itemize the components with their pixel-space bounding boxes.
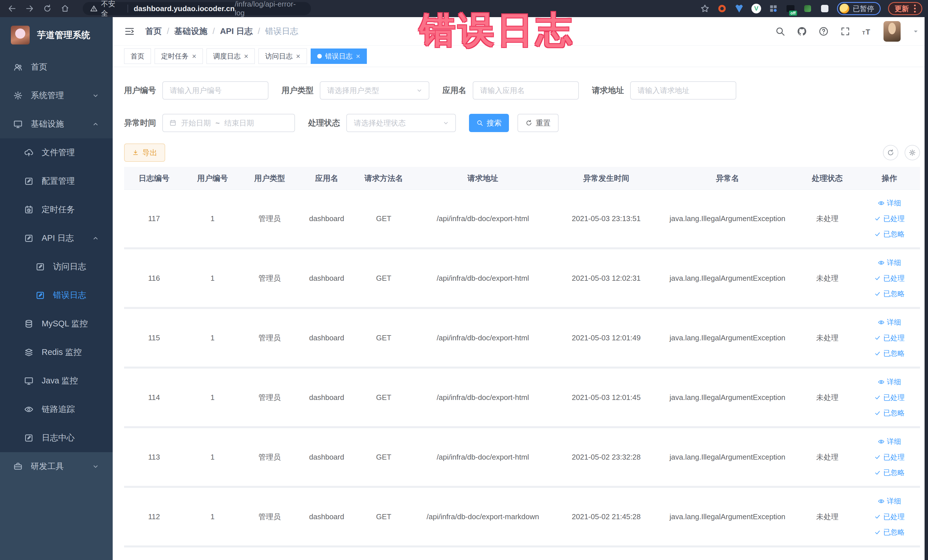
sidebar-item-log-center[interactable]: 日志中心 — [0, 424, 113, 452]
app-name-input[interactable] — [473, 81, 579, 99]
breadcrumb-item[interactable]: 首页 — [145, 26, 162, 37]
column-header-2[interactable]: 用户类型 — [241, 167, 298, 189]
scrollbar[interactable] — [925, 17, 928, 560]
url-host: dashboard.yudao.iocoder.cn — [134, 4, 235, 13]
cell-id: 114 — [124, 369, 184, 426]
hamburger-icon[interactable] — [124, 26, 135, 37]
reset-button[interactable]: 重置 — [517, 114, 559, 132]
sidebar-item-infrastructure[interactable]: 基础设施 — [0, 110, 113, 138]
user-id-input[interactable] — [162, 81, 269, 99]
sidebar-item-system-management[interactable]: 系统管理 — [0, 81, 113, 110]
user-type-select[interactable]: 请选择用户类型 — [320, 81, 429, 99]
browser-menu-dots-icon[interactable] — [914, 5, 916, 12]
sidebar-item-api-log[interactable]: API 日志 — [0, 224, 113, 252]
tab-access-log[interactable]: 访问日志× — [258, 49, 307, 64]
forward-icon[interactable] — [25, 4, 34, 13]
column-header-3[interactable]: 应用名 — [298, 167, 355, 189]
action-processed[interactable]: 已处理 — [874, 214, 905, 223]
sidebar-item-access-log[interactable]: 访问日志 — [0, 252, 113, 281]
extension-icon-blue-shield[interactable] — [734, 4, 744, 14]
action-ignored[interactable]: 已忽略 — [874, 468, 905, 477]
sidebar-item-file-management[interactable]: 文件管理 — [0, 138, 113, 167]
question-icon[interactable] — [818, 26, 829, 37]
tab-error-log[interactable]: 错误日志× — [311, 49, 367, 64]
action-detail[interactable]: 详细 — [878, 496, 901, 506]
action-detail[interactable]: 详细 — [878, 198, 901, 208]
back-icon[interactable] — [8, 4, 17, 13]
export-button[interactable]: 导出 — [124, 143, 165, 162]
sidebar-item-redis-monitor[interactable]: Redis 监控 — [0, 338, 113, 366]
action-detail[interactable]: 详细 — [878, 258, 901, 267]
extension-icon-grid[interactable] — [769, 4, 778, 14]
extension-icon-vue-devtools[interactable]: V — [751, 4, 761, 14]
action-processed[interactable]: 已处理 — [874, 273, 905, 283]
action-ignored[interactable]: 已忽略 — [874, 349, 905, 358]
sidebar-item-dev-tools[interactable]: 研发工具 — [0, 452, 113, 481]
close-icon[interactable]: × — [356, 52, 360, 60]
sidebar-item-label: 定时任务 — [42, 204, 75, 215]
action-ignored[interactable]: 已忽略 — [874, 408, 905, 418]
action-detail[interactable]: 详细 — [878, 437, 901, 446]
date-range-picker[interactable]: 开始日期 ~ 结束日期 — [162, 114, 295, 132]
security-label[interactable]: 不安全 — [101, 0, 122, 18]
browser-profile-chip[interactable]: 已暂停 — [837, 2, 881, 15]
address-bar[interactable]: 不安全 dashboard.yudao.iocoder.cn/infra/log… — [83, 2, 311, 15]
sidebar-item-trace[interactable]: 链路追踪 — [0, 395, 113, 424]
breadcrumb-item[interactable]: API 日志 — [220, 26, 252, 37]
date-start-placeholder[interactable]: 开始日期 — [181, 118, 211, 128]
breadcrumb-item[interactable]: 基础设施 — [174, 26, 208, 37]
table-settings-button[interactable] — [905, 145, 920, 160]
caret-down-icon[interactable] — [912, 27, 919, 35]
app-logo[interactable]: 芋道管理系统 — [0, 17, 113, 53]
user-avatar[interactable] — [884, 21, 901, 42]
column-header-5[interactable]: 请求地址 — [412, 167, 553, 189]
cell-user_id: 1 — [184, 428, 241, 486]
tab-scheduled-task[interactable]: 定时任务× — [155, 49, 203, 64]
extension-icon-off-switch[interactable]: off — [786, 4, 795, 14]
search-button[interactable]: 搜索 — [469, 114, 509, 132]
sidebar-item-home[interactable]: 首页 — [0, 53, 113, 81]
sidebar-item-error-log[interactable]: 错误日志 — [0, 281, 113, 310]
sidebar-item-config-management[interactable]: 配置管理 — [0, 167, 113, 195]
tab-schedule-log[interactable]: 调度日志× — [206, 49, 255, 64]
status-select[interactable]: 请选择处理状态 — [346, 114, 456, 132]
column-header-7[interactable]: 异常名 — [659, 167, 796, 189]
reload-icon[interactable] — [43, 4, 52, 13]
column-header-8[interactable]: 处理状态 — [796, 167, 859, 189]
tab-home[interactable]: 首页 — [124, 49, 151, 64]
close-icon[interactable]: × — [192, 52, 196, 60]
close-icon[interactable]: × — [296, 52, 300, 60]
extension-icon-green-leaf[interactable] — [803, 4, 812, 14]
action-ignored[interactable]: 已忽略 — [874, 229, 905, 239]
column-header-1[interactable]: 用户编号 — [184, 167, 241, 189]
date-end-placeholder[interactable]: 结束日期 — [224, 118, 254, 128]
action-detail[interactable]: 详细 — [878, 377, 901, 386]
column-header-4[interactable]: 请求方法名 — [355, 167, 412, 189]
home-icon[interactable] — [61, 4, 70, 13]
extensions-puzzle-icon[interactable] — [820, 4, 830, 14]
bookmark-star-icon[interactable] — [700, 4, 710, 14]
search-button-label: 搜索 — [487, 118, 502, 128]
action-ignored[interactable]: 已忽略 — [874, 528, 905, 537]
column-header-9[interactable]: 操作 — [859, 167, 920, 189]
font-size-icon[interactable]: TT — [862, 26, 872, 37]
action-processed[interactable]: 已处理 — [874, 512, 905, 522]
sidebar-item-java-monitor[interactable]: Java 监控 — [0, 366, 113, 395]
extension-icon-orange-ring[interactable] — [717, 4, 727, 14]
column-header-0[interactable]: 日志编号 — [124, 167, 184, 189]
sidebar-item-mysql-monitor[interactable]: MySQL 监控 — [0, 310, 113, 338]
browser-update-button[interactable]: 更新 — [888, 2, 922, 15]
search-icon[interactable] — [775, 26, 785, 37]
github-icon[interactable] — [797, 26, 807, 37]
table-refresh-button[interactable] — [883, 145, 898, 160]
fullscreen-icon[interactable] — [840, 26, 850, 37]
action-ignored[interactable]: 已忽略 — [874, 289, 905, 298]
column-header-6[interactable]: 异常发生时间 — [553, 167, 659, 189]
action-processed[interactable]: 已处理 — [874, 452, 905, 462]
request-url-input[interactable] — [630, 81, 736, 99]
close-icon[interactable]: × — [244, 52, 248, 60]
sidebar-item-scheduled-task[interactable]: 定时任务 — [0, 195, 113, 224]
action-processed[interactable]: 已处理 — [874, 333, 905, 343]
action-processed[interactable]: 已处理 — [874, 393, 905, 402]
action-detail[interactable]: 详细 — [878, 317, 901, 327]
